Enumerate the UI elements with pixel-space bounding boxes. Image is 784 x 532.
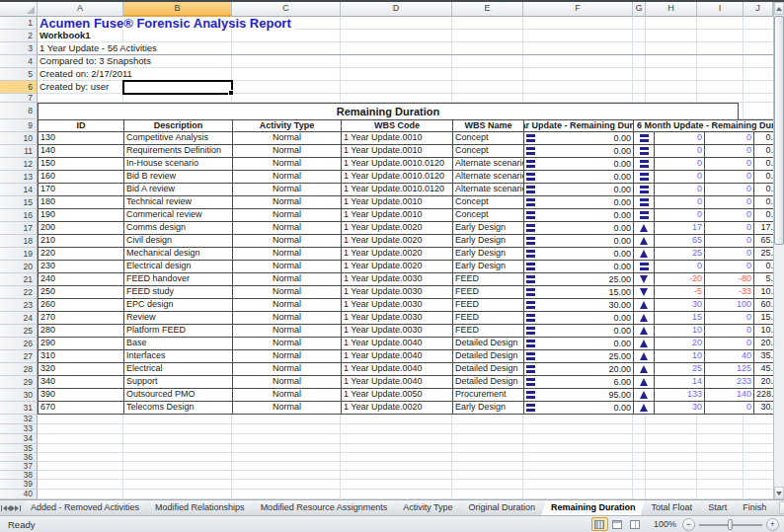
scroll-up-button[interactable] [774,2,784,15]
cell-percent-change[interactable]: 0 [705,145,754,158]
select-all-button[interactable] [0,2,38,17]
cell-6-month-remaining-duration[interactable]: 65. [754,235,774,248]
cell-trend[interactable] [634,196,655,209]
cell-wbs-code[interactable]: 1 Year Update.0010.0120 [342,158,453,171]
cell-6-month-remaining-duration[interactable]: 45. [754,363,774,376]
cell-id[interactable]: 180 [39,196,124,209]
cell-delta[interactable]: 65 [655,235,705,248]
column-header-h[interactable]: H [646,2,697,17]
cell-percent-change[interactable]: 0 [705,209,754,222]
info-cell-row-2[interactable]: Workbook1 [39,30,94,41]
cell-id[interactable]: 160 [39,171,124,184]
cell-activity-type[interactable]: Normal [233,363,342,376]
cell-percent-change[interactable]: 0 [705,171,754,184]
cell-delta[interactable]: 17 [655,222,705,235]
cell-trend[interactable] [634,261,655,273]
cell-activity-type[interactable]: Normal [233,376,342,389]
cell-id[interactable]: 220 [39,248,124,261]
tab-original-duration[interactable]: Original Duration [459,500,546,515]
cell-6-month-remaining-duration[interactable]: 0. [754,261,774,273]
cell-wbs-code[interactable]: 1 Year Update.0020 [342,222,453,235]
row-header-13[interactable]: 13 [0,171,38,184]
cell-1-year-remaining-duration[interactable]: 0.00 [524,402,634,415]
row-header-15[interactable]: 15 [0,196,38,209]
cell-1-year-remaining-duration[interactable]: 0.00 [524,248,634,261]
cell-trend[interactable] [634,209,655,222]
cell-delta[interactable]: 133 [655,389,705,402]
cell-wbs-name[interactable]: FEED [453,273,524,286]
cell-6-month-remaining-duration[interactable]: 0. [754,209,774,222]
cell-6-month-remaining-duration[interactable]: 0. [754,184,774,196]
first-sheet-button[interactable] [0,500,7,515]
table-header-activity-type[interactable]: Activity Type [233,119,342,132]
cell-trend[interactable] [634,171,655,184]
row-header-35[interactable]: 35 [0,444,38,453]
view-normal-button[interactable] [591,517,608,531]
row-header-20[interactable]: 20 [0,261,38,273]
cell-6-month-remaining-duration[interactable]: 10. [754,286,774,299]
cell-description[interactable]: Support [124,376,233,389]
cell-wbs-name[interactable]: FEED [453,286,524,299]
table-header-id[interactable]: ID [39,119,124,132]
cell-id[interactable]: 260 [39,299,124,312]
cell-trend[interactable] [634,158,655,171]
row-header-40[interactable]: 40 [0,490,38,499]
zoom-slider-track[interactable] [699,518,762,531]
cell-description[interactable]: Platform FEED [124,325,233,338]
cell-wbs-name[interactable]: Detailed Design [453,376,524,389]
selected-cell-b6[interactable] [122,80,233,95]
cell-trend[interactable] [634,338,655,350]
column-header-g[interactable]: G [633,2,646,17]
cell-trend[interactable] [634,350,655,363]
row-header-33[interactable]: 33 [0,424,38,434]
last-sheet-button[interactable] [15,500,22,515]
cell-id[interactable]: 670 [39,402,124,415]
scroll-down-button[interactable] [774,487,784,499]
cell-percent-change[interactable]: 0 [705,132,754,145]
row-header-28[interactable]: 28 [0,363,38,376]
row-header-6[interactable]: 6 [0,81,38,94]
cell-trend[interactable] [634,312,655,325]
cell-delta[interactable]: 10 [655,350,705,363]
cell-wbs-name[interactable]: Concept [453,196,524,209]
column-header-d[interactable]: D [341,2,452,17]
cell-delta[interactable]: 14 [655,376,705,389]
cell-id[interactable]: 190 [39,209,124,222]
cell-activity-type[interactable]: Normal [233,273,342,286]
cell-wbs-code[interactable]: 1 Year Update.0010 [342,132,453,145]
cell-wbs-code[interactable]: 1 Year Update.0020 [342,235,453,248]
cell-description[interactable]: Electrical [124,363,233,376]
cell-delta[interactable]: 25 [655,363,705,376]
cell-delta[interactable]: 0 [655,171,705,184]
info-cell-row-5[interactable]: Created on: 2/17/2011 [39,68,135,80]
cell-6-month-remaining-duration[interactable]: 30. [754,402,774,415]
cell-trend[interactable] [634,145,655,158]
cell-description[interactable]: Civil design [124,235,233,248]
cell-delta[interactable]: 0 [655,209,705,222]
cell-wbs-code[interactable]: 1 Year Update.0040 [342,338,453,350]
row-header-5[interactable]: 5 [0,68,38,81]
cell-delta[interactable]: 0 [655,196,705,209]
table-header-6-month-update-remaining-duration[interactable]: 6 Month Update - Remaining Duration [634,119,774,132]
cell-wbs-code[interactable]: 1 Year Update.0050 [342,389,453,402]
cell-wbs-name[interactable]: Concept [453,132,524,145]
cell-activity-type[interactable]: Normal [233,209,342,222]
cell-6-month-remaining-duration[interactable]: 17. [754,222,774,235]
cell-wbs-name[interactable]: FEED [453,299,524,312]
cell-description[interactable]: Commerical review [124,209,233,222]
row-header-12[interactable]: 12 [0,158,38,171]
row-header-36[interactable]: 36 [0,453,38,462]
tab-total-float[interactable]: Total Float [642,500,703,515]
cell-6-month-remaining-duration[interactable]: 0. [754,132,774,145]
row-header-34[interactable]: 34 [0,434,38,444]
cell-wbs-code[interactable]: 1 Year Update.0040 [342,376,453,389]
cell-delta[interactable]: 0 [655,158,705,171]
cell-id[interactable]: 310 [39,350,124,363]
cell-wbs-name[interactable]: Alternate scenario [453,171,524,184]
table-header-description[interactable]: Description [124,119,233,132]
tab-modified-resource-assignments[interactable]: Modified Resource Assignments [251,500,398,515]
cell-percent-change[interactable]: -33 [705,286,754,299]
cell-activity-type[interactable]: Normal [233,222,342,235]
cell-id[interactable]: 280 [39,325,124,338]
cell-wbs-code[interactable]: 1 Year Update.0010.0120 [342,171,453,184]
